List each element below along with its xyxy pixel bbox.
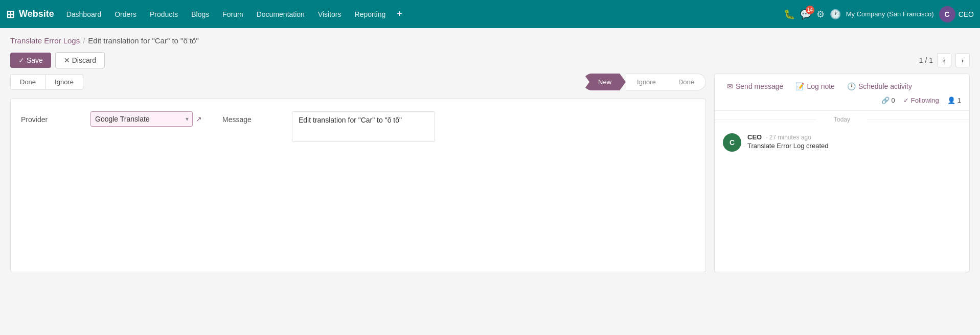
messages-badge: 14 [806,6,814,14]
nav-orders[interactable]: Orders [108,7,143,21]
main-layout: Done Ignore New Ignore Done Provider Goo… [0,74,980,282]
provider-row: Provider Google Translate DeepL Yandex ▾… [21,111,202,127]
send-message-icon: ✉ [727,82,733,90]
following-button[interactable]: ✓ Following [903,97,939,104]
links-count: 🔗 0 [881,97,895,104]
right-panel-meta: 🔗 0 ✓ Following 👤 1 [881,97,961,104]
left-panel: Done Ignore New Ignore Done Provider Goo… [10,74,706,272]
pagination-prev[interactable]: ‹ [937,53,951,67]
send-message-button[interactable]: ✉ Send message [723,80,787,92]
breadcrumb: Translate Error Logs / Edit translation … [0,28,980,49]
schedule-activity-button[interactable]: 🕐 Schedule activity [843,80,916,92]
pagination-label: 1 / 1 [919,56,933,64]
right-panel-actions: ✉ Send message 📝 Log note 🕐 Schedule act… [715,74,969,111]
tabs-status-row: Done Ignore New Ignore Done [10,74,706,90]
pipeline-tabs: New Ignore Done [583,74,706,90]
nav-visitors[interactable]: Visitors [312,7,348,21]
discard-button[interactable]: ✕ Discard [55,52,105,68]
message-content: Edit translation for "Car" to "ô tô" [292,111,435,142]
chat-avatar: C [723,133,741,152]
user-menu[interactable]: C CEO [939,6,974,22]
breadcrumb-separator: / [83,36,85,45]
person-icon: 👤 [947,97,955,104]
grid-icon: ⊞ [6,8,15,20]
pagination: 1 / 1 ‹ › [919,53,970,67]
chat-time: · 27 minutes ago [766,134,811,141]
topnav: ⊞ Website Dashboard Orders Products Blog… [0,0,980,28]
today-divider: Today [715,111,969,128]
breadcrumb-current: Edit translation for "Car" to "ô tô" [88,36,198,45]
chat-entry: C CEO · 27 minutes ago Translate Error L… [715,128,969,157]
provider-label: Provider [21,111,82,124]
status-buttons: Done Ignore [10,74,83,90]
user-avatar: C [939,6,955,22]
external-link-icon[interactable]: ↗ [196,115,202,123]
provider-select[interactable]: Google Translate DeepL Yandex [90,111,193,127]
settings-icon[interactable]: ⚙ [816,9,825,20]
save-button[interactable]: ✓ Save [10,53,51,68]
nav-blogs[interactable]: Blogs [185,7,215,21]
done-button[interactable]: Done [10,74,45,90]
toolbar: ✓ Save ✕ Discard 1 / 1 ‹ › [0,49,980,74]
company-name[interactable]: My Company (San Francisco) [846,10,934,18]
nav-dashboard[interactable]: Dashboard [60,7,108,21]
clock-icon[interactable]: 🕐 [830,9,841,20]
messages-icon[interactable]: 💬 14 [800,9,811,20]
ignore-button[interactable]: Ignore [45,74,83,90]
topnav-nav: Dashboard Orders Products Blogs Forum Do… [60,7,782,21]
app-logo[interactable]: ⊞ Website [6,8,54,20]
form-card: Provider Google Translate DeepL Yandex ▾… [10,99,706,272]
chat-meta: CEO · 27 minutes ago [747,133,961,141]
provider-select-wrap: Google Translate DeepL Yandex ▾ [90,111,193,127]
breadcrumb-parent[interactable]: Translate Error Logs [10,36,80,45]
log-note-button[interactable]: 📝 Log note [791,80,839,92]
chat-body: CEO · 27 minutes ago Translate Error Log… [747,133,961,152]
tab-done[interactable]: Done [667,74,706,90]
tab-new[interactable]: New [583,74,626,90]
log-note-icon: 📝 [795,82,804,90]
message-row: Message Edit translation for "Car" to "ô… [222,111,435,142]
message-label: Message [222,111,284,124]
chat-author: CEO [747,133,762,141]
provider-field: Google Translate DeepL Yandex ▾ ↗ [90,111,202,127]
right-panel: ✉ Send message 📝 Log note 🕐 Schedule act… [714,74,970,272]
nav-add-button[interactable]: + [393,7,406,21]
nav-documentation[interactable]: Documentation [250,7,311,21]
nav-reporting[interactable]: Reporting [349,7,392,21]
nav-products[interactable]: Products [144,7,184,21]
bug-icon[interactable]: 🐛 [784,9,795,20]
tab-ignore[interactable]: Ignore [626,74,667,90]
pagination-next[interactable]: › [955,53,970,67]
check-icon: ✓ [903,97,909,104]
topnav-right: 🐛 💬 14 ⚙ 🕐 My Company (San Francisco) C … [784,6,974,22]
app-title: Website [19,9,54,19]
chat-text: Translate Error Log created [747,142,961,150]
user-name: CEO [959,10,974,18]
form-area-row: Provider Google Translate DeepL Yandex ▾… [21,111,695,142]
followers-count: 👤 1 [947,97,961,104]
clock-activity-icon: 🕐 [847,82,856,90]
link-icon: 🔗 [881,97,890,104]
nav-forum[interactable]: Forum [216,7,249,21]
